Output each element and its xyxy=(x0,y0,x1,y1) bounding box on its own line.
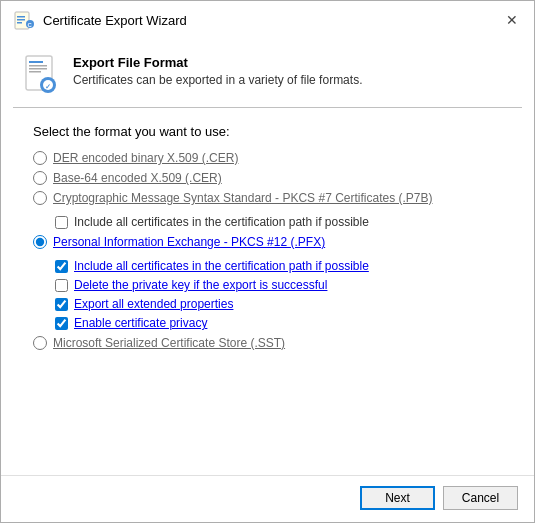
radio-base64[interactable] xyxy=(33,171,47,185)
svg-rect-7 xyxy=(29,61,43,63)
svg-rect-1 xyxy=(17,16,25,18)
pfx-enable-privacy-label[interactable]: Enable certificate privacy xyxy=(74,316,207,330)
next-button[interactable]: Next xyxy=(360,486,435,510)
pkcs7-suboptions: Include all certificates in the certific… xyxy=(55,215,502,229)
footer: Next Cancel xyxy=(1,475,534,522)
content-area: ✓ Export File Format Certificates can be… xyxy=(1,37,534,475)
svg-text:✓: ✓ xyxy=(45,83,51,90)
pfx-include-all-checkbox[interactable] xyxy=(55,260,68,273)
svg-rect-3 xyxy=(17,22,22,24)
svg-rect-9 xyxy=(29,68,47,70)
pfx-include-all-label[interactable]: Include all certificates in the certific… xyxy=(74,259,369,273)
dialog-title: Certificate Export Wizard xyxy=(43,13,187,28)
pfx-export-extended-checkbox[interactable] xyxy=(55,298,68,311)
close-button[interactable]: ✕ xyxy=(502,10,522,30)
certificate-icon: ✓ xyxy=(25,55,57,95)
radio-item-base64: Base-64 encoded X.509 (.CER) xyxy=(33,171,502,185)
pfx-enable-privacy-checkbox[interactable] xyxy=(55,317,68,330)
pkcs7-include-all-item: Include all certificates in the certific… xyxy=(55,215,502,229)
pkcs7-include-all-label[interactable]: Include all certificates in the certific… xyxy=(74,215,369,229)
radio-der-label[interactable]: DER encoded binary X.509 (.CER) xyxy=(53,151,238,165)
certificate-export-wizard: C Certificate Export Wizard ✕ ✓ Export F… xyxy=(0,0,535,523)
radio-pkcs7-label[interactable]: Cryptographic Message Syntax Standard - … xyxy=(53,191,433,205)
header-text: Export File Format Certificates can be e… xyxy=(73,55,510,87)
pfx-export-extended-label[interactable]: Export all extended properties xyxy=(74,297,233,311)
radio-item-sst: Microsoft Serialized Certificate Store (… xyxy=(33,336,502,350)
header-title: Export File Format xyxy=(73,55,510,70)
main-content: Select the format you want to use: DER e… xyxy=(1,108,534,475)
radio-pkcs7[interactable] xyxy=(33,191,47,205)
pfx-delete-key-label[interactable]: Delete the private key if the export is … xyxy=(74,278,327,292)
header-description: Certificates can be exported in a variet… xyxy=(73,73,510,87)
pkcs7-include-all-checkbox[interactable] xyxy=(55,216,68,229)
radio-pfx[interactable] xyxy=(33,235,47,249)
radio-item-pfx: Personal Information Exchange - PKCS #12… xyxy=(33,235,502,249)
wizard-icon: C xyxy=(13,9,35,31)
radio-pfx-label[interactable]: Personal Information Exchange - PKCS #12… xyxy=(53,235,325,249)
pfx-delete-key-checkbox[interactable] xyxy=(55,279,68,292)
pfx-export-extended-item: Export all extended properties xyxy=(55,297,502,311)
pfx-delete-key-item: Delete the private key if the export is … xyxy=(55,278,502,292)
title-bar: C Certificate Export Wizard ✕ xyxy=(1,1,534,37)
pfx-suboptions: Include all certificates in the certific… xyxy=(55,259,502,330)
svg-rect-10 xyxy=(29,71,41,73)
title-bar-left: C Certificate Export Wizard xyxy=(13,9,187,31)
radio-item-pkcs7: Cryptographic Message Syntax Standard - … xyxy=(33,191,502,205)
select-format-label: Select the format you want to use: xyxy=(33,124,502,139)
radio-sst-label[interactable]: Microsoft Serialized Certificate Store (… xyxy=(53,336,285,350)
header-section: ✓ Export File Format Certificates can be… xyxy=(1,37,534,107)
format-radio-group: DER encoded binary X.509 (.CER) Base-64 … xyxy=(33,151,502,350)
radio-base64-label[interactable]: Base-64 encoded X.509 (.CER) xyxy=(53,171,222,185)
pfx-include-all-item: Include all certificates in the certific… xyxy=(55,259,502,273)
radio-item-der: DER encoded binary X.509 (.CER) xyxy=(33,151,502,165)
svg-text:C: C xyxy=(28,22,33,28)
svg-rect-2 xyxy=(17,19,25,21)
radio-der[interactable] xyxy=(33,151,47,165)
svg-rect-8 xyxy=(29,65,47,67)
radio-sst[interactable] xyxy=(33,336,47,350)
cancel-button[interactable]: Cancel xyxy=(443,486,518,510)
pfx-enable-privacy-item: Enable certificate privacy xyxy=(55,316,502,330)
